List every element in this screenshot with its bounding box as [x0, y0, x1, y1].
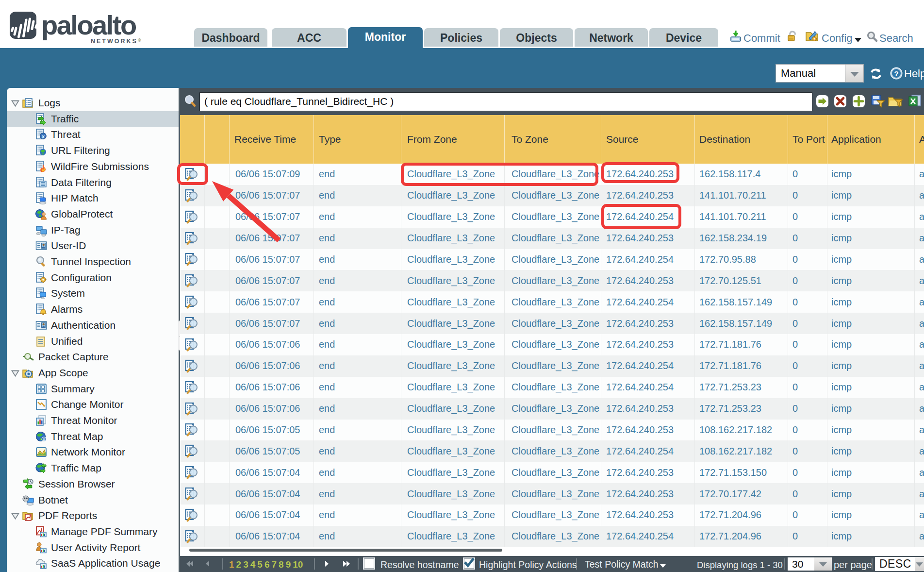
svg-text:x: x — [43, 437, 45, 442]
svg-text:?: ? — [894, 69, 898, 78]
svg-text:x: x — [42, 134, 45, 139]
